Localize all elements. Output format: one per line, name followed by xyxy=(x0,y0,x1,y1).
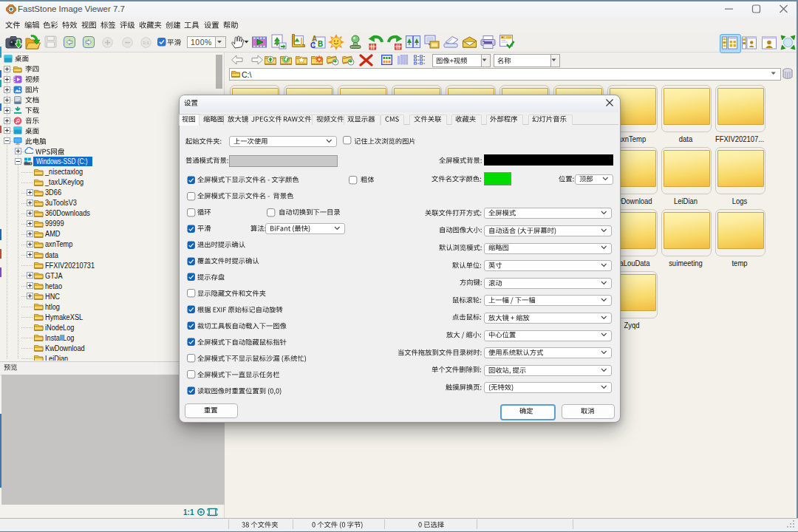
svg-text:B: B xyxy=(318,40,323,48)
svg-text:C: C xyxy=(310,41,316,50)
svg-text:1:1: 1:1 xyxy=(183,508,194,516)
svg-text:1:1: 1:1 xyxy=(143,41,149,45)
